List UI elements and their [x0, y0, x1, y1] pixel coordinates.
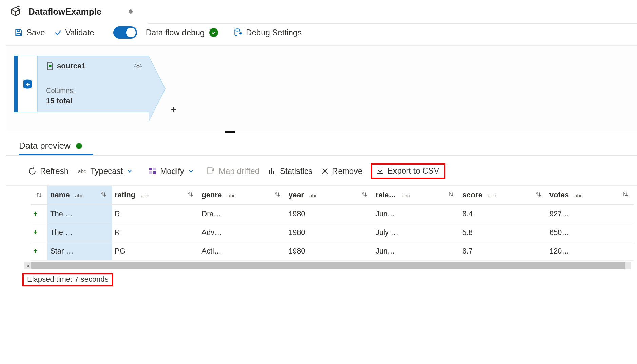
cell-votes: 650… — [547, 223, 634, 242]
col-type: abc — [574, 193, 582, 198]
cell-name: The … — [47, 204, 112, 223]
col-type: abc — [141, 193, 149, 198]
horizontal-scrollbar[interactable]: ◂ — [31, 262, 625, 269]
cell-release: Jun… — [373, 204, 460, 223]
table-row[interactable]: + The … R Dra… 1980 Jun… 8.4 927… — [31, 204, 634, 223]
sort-icon — [274, 190, 281, 198]
node-settings-icon[interactable] — [134, 62, 142, 71]
modify-button[interactable]: Modify — [149, 166, 194, 176]
unsaved-indicator — [129, 9, 133, 14]
expand-row-icon[interactable]: + — [33, 209, 38, 218]
col-header-genre[interactable]: genre abc — [199, 186, 286, 204]
csv-icon — [46, 62, 54, 70]
expand-row-icon[interactable]: + — [33, 247, 38, 255]
cell-year: 1980 — [286, 242, 373, 261]
col-header-rating[interactable]: rating abc — [112, 186, 199, 204]
validate-button[interactable]: Validate — [54, 28, 94, 37]
cell-rating: PG — [112, 242, 199, 261]
chevron-down-icon — [188, 168, 194, 175]
col-name-label: rating — [115, 190, 135, 199]
sort-icon — [100, 190, 107, 198]
col-header-name[interactable]: name abc — [47, 186, 112, 204]
map-drifted-button: Map drifted — [207, 166, 259, 176]
row-header-sort[interactable] — [31, 186, 47, 204]
map-drifted-label: Map drifted — [219, 166, 259, 176]
svg-rect-7 — [153, 171, 156, 174]
col-name-label: rele… — [375, 190, 396, 199]
elapsed-time: Elapsed time: 7 seconds — [22, 273, 113, 286]
source-node[interactable]: source1 Columns: 15 total + — [14, 56, 637, 112]
col-name-label: year — [289, 190, 304, 199]
export-csv-label: Export to CSV — [387, 166, 439, 176]
cell-name: The … — [47, 223, 112, 242]
svg-rect-6 — [149, 171, 152, 174]
cell-genre: Acti… — [199, 242, 286, 261]
refresh-icon — [28, 167, 37, 176]
debug-settings-label: Debug Settings — [246, 28, 302, 37]
chevron-down-icon — [126, 168, 133, 175]
node-columns-value: 15 total — [46, 97, 128, 105]
debug-settings-button[interactable]: Debug Settings — [234, 28, 302, 37]
node-columns-label: Columns: — [46, 87, 128, 95]
cell-year: 1980 — [286, 204, 373, 223]
typecast-button[interactable]: abc Typecast — [77, 166, 133, 176]
col-name-label: name — [50, 190, 70, 199]
add-transform-button[interactable]: + — [171, 104, 176, 115]
abc-icon: abc — [77, 168, 87, 174]
scroll-left-icon[interactable]: ◂ — [24, 262, 31, 269]
col-type: abc — [309, 193, 317, 198]
col-type: abc — [402, 193, 410, 198]
svg-point-3 — [137, 65, 139, 68]
cell-rating: R — [112, 223, 199, 242]
preview-toolbar: Refresh abc Typecast Modify Map drifted — [6, 156, 637, 186]
node-outlet-arrow: + — [149, 56, 167, 112]
download-icon — [376, 167, 384, 175]
col-name-label: genre — [201, 190, 222, 199]
remove-icon — [321, 167, 329, 175]
scroll-right-cap[interactable] — [625, 262, 631, 269]
col-header-score[interactable]: score abc — [460, 186, 546, 204]
statistics-button[interactable]: Statistics — [268, 166, 312, 176]
svg-rect-2 — [49, 65, 51, 67]
cell-release: July … — [373, 223, 460, 242]
dataflow-canvas[interactable]: source1 Columns: 15 total + — [6, 46, 637, 131]
svg-rect-4 — [149, 168, 152, 170]
col-header-votes[interactable]: votes abc — [547, 186, 634, 204]
statistics-label: Statistics — [280, 166, 312, 176]
statistics-icon — [268, 167, 276, 175]
col-header-year[interactable]: year abc — [286, 186, 373, 204]
table-row[interactable]: + Star … PG Acti… 1980 Jun… 8.7 120… — [31, 242, 634, 261]
expand-row-icon[interactable]: + — [33, 228, 38, 237]
col-type: abc — [488, 193, 496, 198]
cell-name: Star … — [47, 242, 112, 261]
col-type: abc — [75, 193, 83, 198]
col-name-label: score — [462, 190, 482, 199]
cell-score: 5.8 — [460, 223, 546, 242]
save-button[interactable]: Save — [14, 28, 45, 37]
cell-votes: 120… — [547, 242, 634, 261]
preview-ready-indicator — [76, 143, 82, 149]
tab-data-preview[interactable]: Data preview — [19, 141, 71, 151]
preview-table: name abc rating abc genre abc — [31, 186, 634, 261]
cell-release: Jun… — [373, 242, 460, 261]
export-csv-button[interactable]: Export to CSV — [371, 163, 445, 179]
map-drifted-icon — [207, 167, 215, 176]
table-row[interactable]: + The … R Adv… 1980 July … 5.8 650… — [31, 223, 634, 242]
cell-score: 8.4 — [460, 204, 546, 223]
check-icon — [54, 28, 62, 37]
toggle-knob — [126, 28, 136, 37]
panel-resize-handle[interactable] — [225, 131, 235, 133]
modify-icon — [149, 167, 157, 175]
cell-year: 1980 — [286, 223, 373, 242]
refresh-button[interactable]: Refresh — [28, 166, 69, 176]
node-source-icon — [18, 56, 37, 112]
typecast-label: Typecast — [90, 166, 123, 176]
debug-active-badge — [209, 28, 218, 37]
debug-toggle[interactable] — [113, 26, 137, 39]
remove-button[interactable]: Remove — [321, 166, 362, 176]
cell-votes: 927… — [547, 204, 634, 223]
save-icon — [14, 28, 23, 37]
cell-score: 8.7 — [460, 242, 546, 261]
col-header-release[interactable]: rele… abc — [373, 186, 460, 204]
debug-label: Data flow debug — [146, 28, 205, 37]
